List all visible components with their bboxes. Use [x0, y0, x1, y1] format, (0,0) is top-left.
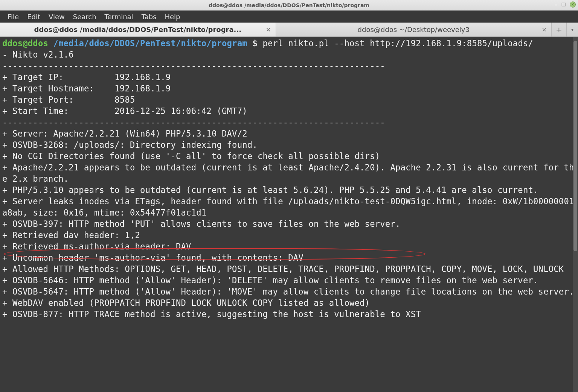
output-line: + Start Time: 2016-12-25 16:06:42 (GMT7): [2, 106, 247, 116]
menu-tabs[interactable]: Tabs: [138, 11, 160, 22]
tab-label: ddos@ddos /media/ddos/DDOS/PenTest/nikto…: [34, 26, 241, 33]
tab-close-icon[interactable]: ×: [542, 26, 547, 33]
output-line: + OSVDB-877: HTTP TRACE method is active…: [2, 309, 421, 319]
tab-close-icon[interactable]: ×: [266, 26, 271, 33]
terminal-area[interactable]: ddos@ddos /media/ddos/DDOS/PenTest/nikto…: [0, 37, 578, 392]
tabbar: ddos@ddos /media/ddos/DDOS/PenTest/nikto…: [0, 23, 578, 37]
output-line: + Target Hostname: 192.168.1.9: [2, 84, 171, 93]
command-text: perl nikto.pl --host http://192.168.1.9:…: [263, 38, 534, 48]
menu-search[interactable]: Search: [69, 11, 100, 22]
tab-nikto[interactable]: ddos@ddos /media/ddos/DDOS/PenTest/nikto…: [0, 23, 276, 36]
tab-menu-button[interactable]: ▾: [567, 23, 578, 36]
output-line: - Nikto v2.1.6: [2, 50, 74, 59]
new-tab-button[interactable]: +: [552, 23, 567, 36]
output-line: + Server: Apache/2.2.21 (Win64) PHP/5.3.…: [2, 129, 247, 138]
close-icon[interactable]: ×: [570, 2, 576, 8]
tab-weevely3[interactable]: ddos@ddos ~/Desktop/weevely3 ×: [276, 23, 552, 36]
output-line-highlighted: + OSVDB-397: HTTP method 'PUT' allows cl…: [2, 219, 401, 229]
scrollbar[interactable]: [573, 37, 578, 392]
window-titlebar: ddos@ddos /media/ddos/DDOS/PenTest/nikto…: [0, 0, 578, 11]
window-title: ddos@ddos /media/ddos/DDOS/PenTest/nikto…: [209, 2, 369, 8]
menubar: File Edit View Search Terminal Tabs Help: [0, 11, 578, 23]
output-line: + OSVDB-3268: /uploads/: Directory index…: [2, 140, 258, 150]
menu-terminal[interactable]: Terminal: [101, 11, 137, 22]
scrollbar-thumb[interactable]: [573, 41, 577, 251]
prompt-path: /media/ddos/DDOS/PenTest/nikto/program: [53, 38, 247, 48]
output-dash-line: ----------------------------------------…: [2, 117, 385, 127]
output-line: + Allowed HTTP Methods: OPTIONS, GET, HE…: [2, 264, 569, 274]
output-line: + OSVDB-5647: HTTP method ('Allow' Heade…: [2, 287, 574, 296]
output-line: + Server leaks inodes via ETags, header …: [2, 196, 574, 217]
minimize-icon[interactable]: –: [555, 2, 557, 8]
output-line: + PHP/5.3.10 appears to be outdated (cur…: [2, 185, 538, 195]
menu-help[interactable]: Help: [161, 11, 184, 22]
output-line: + OSVDB-5646: HTTP method ('Allow' Heade…: [2, 275, 538, 285]
tab-label: ddos@ddos ~/Desktop/weevely3: [358, 26, 470, 33]
output-dash-line: ----------------------------------------…: [2, 61, 385, 71]
output-line: + WebDAV enabled (PROPPATCH PROPFIND LOC…: [2, 298, 370, 308]
output-line: + Retrieved dav header: 1,2: [2, 230, 140, 240]
output-line: + Target Port: 8585: [2, 95, 135, 105]
window-controls: – ☐ ×: [555, 2, 576, 8]
terminal-output[interactable]: ddos@ddos /media/ddos/DDOS/PenTest/nikto…: [0, 37, 578, 321]
output-line: + Retrieved ms-author-via header: DAV: [2, 242, 191, 251]
output-line: + No CGI Directories found (use '-C all'…: [2, 151, 380, 161]
prompt-symbol: $: [252, 38, 258, 48]
output-line: + Apache/2.2.21 appears to be outdated (…: [2, 163, 574, 184]
menu-view[interactable]: View: [45, 11, 69, 22]
output-line: + Target IP: 192.168.1.9: [2, 72, 171, 82]
prompt-user: ddos@ddos: [2, 38, 48, 48]
menu-file[interactable]: File: [4, 11, 23, 22]
maximize-icon[interactable]: ☐: [561, 2, 566, 8]
menu-edit[interactable]: Edit: [23, 11, 44, 22]
output-line: + Uncommon header 'ms-author-via' found,…: [2, 253, 303, 263]
